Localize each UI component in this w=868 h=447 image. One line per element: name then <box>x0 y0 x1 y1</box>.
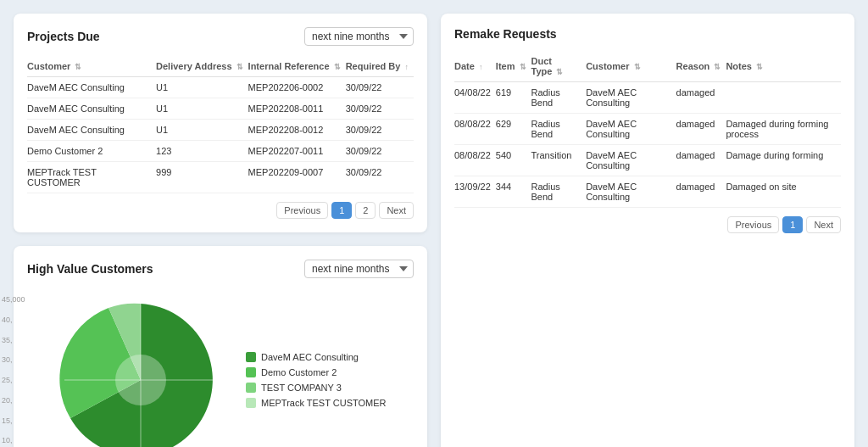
table-row: 04/08/22 619 Radius Bend DaveM AEC Consu… <box>454 82 841 114</box>
projects-due-filter[interactable]: next nine months next three months next … <box>304 27 414 46</box>
col-date: Date ↑ <box>454 51 496 82</box>
cell-duct: Radius Bend <box>531 114 587 145</box>
cell-delivery: 123 <box>156 141 248 162</box>
projects-next-btn[interactable]: Next <box>379 202 414 219</box>
remake-requests-table: Date ↑ Item ⇅ DuctType ⇅ Customer ⇅ Reas… <box>454 51 841 208</box>
cell-ref: MEP202209-0007 <box>248 162 346 193</box>
cell-duct: Radius Bend <box>531 82 587 114</box>
projects-due-title: Projects Due <box>27 30 100 43</box>
sort-icon-required[interactable]: ↑ <box>405 63 409 71</box>
pie-chart <box>56 295 225 447</box>
cell-delivery: U1 <box>156 77 248 98</box>
cell-date: 08/08/22 <box>454 145 496 176</box>
cell-reason: damaged <box>676 82 726 114</box>
cell-required: 30/09/22 <box>346 141 414 162</box>
projects-prev-btn[interactable]: Previous <box>276 202 328 219</box>
remake-pagination: Previous 1 Next <box>454 216 841 233</box>
legend-item: DaveM AEC Consulting <box>246 352 387 362</box>
cell-item: 619 <box>496 82 531 114</box>
projects-due-header: Projects Due next nine months next three… <box>27 27 414 46</box>
pie-svg <box>56 295 225 447</box>
cell-ref: MEP202207-0011 <box>248 141 346 162</box>
cell-required: 30/09/22 <box>346 162 414 193</box>
sort-icon-customer-remake[interactable]: ⇅ <box>634 63 641 71</box>
col-internal-ref: Internal Reference ⇅ <box>248 56 346 77</box>
col-item: Item ⇅ <box>496 51 531 82</box>
cell-notes: Damaged during forming process <box>726 114 841 145</box>
legend-item: TEST COMPANY 3 <box>246 383 387 393</box>
projects-page-1-btn[interactable]: 1 <box>331 202 352 219</box>
sort-icon-item[interactable]: ⇅ <box>520 63 526 71</box>
sort-icon-delivery[interactable]: ⇅ <box>236 63 243 71</box>
cell-reason: damaged <box>676 176 726 208</box>
projects-page-2-btn[interactable]: 2 <box>355 202 376 219</box>
sort-icon-ref[interactable]: ⇅ <box>334 63 341 71</box>
cell-delivery: 999 <box>156 162 248 193</box>
cell-item: 629 <box>496 114 531 145</box>
cell-duct: Radius Bend <box>531 176 587 208</box>
sort-icon-customer[interactable]: ⇅ <box>75 63 81 71</box>
y-axis-labels: 45,000 40, 35, 30, 25, 20, 15, 10, 5,0 <box>2 295 25 447</box>
cell-customer: Demo Customer 2 <box>27 141 156 162</box>
remake-prev-btn[interactable]: Previous <box>727 216 779 233</box>
col-required-by: Required By ↑ <box>346 56 414 77</box>
sort-icon-date[interactable]: ↑ <box>479 63 483 71</box>
chart-area: 45,000 40, 35, 30, 25, 20, 15, 10, 5,0 <box>27 288 414 447</box>
legend-color <box>246 352 256 362</box>
cell-customer: DaveM AEC Consulting <box>586 82 676 114</box>
remake-next-btn[interactable]: Next <box>806 216 841 233</box>
table-row: DaveM AEC Consulting U1 MEP202208-0011 3… <box>27 98 414 120</box>
cell-duct: Transition <box>531 145 587 176</box>
table-row: DaveM AEC Consulting U1 MEP202206-0002 3… <box>27 77 414 98</box>
remake-page-1-btn[interactable]: 1 <box>782 216 803 233</box>
legend-label: DaveM AEC Consulting <box>261 352 359 362</box>
cell-required: 30/09/22 <box>346 77 414 98</box>
high-value-filter[interactable]: next nine months next three months next … <box>304 260 414 278</box>
table-row: 08/08/22 540 Transition DaveM AEC Consul… <box>454 145 841 176</box>
chart-legend: DaveM AEC Consulting Demo Customer 2 TES… <box>246 352 387 408</box>
col-reason: Reason ⇅ <box>676 51 726 82</box>
remake-requests-header: Remake Requests <box>454 27 841 41</box>
legend-label: Demo Customer 2 <box>261 367 337 377</box>
table-row: 13/09/22 344 Radius Bend DaveM AEC Consu… <box>454 176 841 208</box>
cell-required: 30/09/22 <box>346 98 414 120</box>
cell-notes <box>726 82 841 114</box>
high-value-header: High Value Customers next nine months ne… <box>27 260 414 278</box>
legend-item: MEPTrack TEST CUSTOMER <box>246 398 387 408</box>
cell-customer: DaveM AEC Consulting <box>27 77 156 98</box>
cell-reason: damaged <box>676 114 726 145</box>
projects-due-table: Customer ⇅ Delivery Address ⇅ Internal R… <box>27 56 414 193</box>
legend-color <box>246 367 256 377</box>
table-row: MEPTrack TEST CUSTOMER 999 MEP202209-000… <box>27 162 414 193</box>
main-layout: Projects Due next nine months next three… <box>14 14 854 447</box>
cell-customer: DaveM AEC Consulting <box>586 176 676 208</box>
cell-ref: MEP202208-0012 <box>248 120 346 141</box>
cell-notes: Damaged on site <box>726 176 841 208</box>
table-row: DaveM AEC Consulting U1 MEP202208-0012 3… <box>27 120 414 141</box>
cell-delivery: U1 <box>156 120 248 141</box>
table-row: 08/08/22 629 Radius Bend DaveM AEC Consu… <box>454 114 841 145</box>
legend-label: MEPTrack TEST CUSTOMER <box>261 398 387 408</box>
col-customer: Customer ⇅ <box>27 56 156 77</box>
sort-icon-duct[interactable]: ⇅ <box>556 68 563 76</box>
cell-ref: MEP202208-0011 <box>248 98 346 120</box>
cell-ref: MEP202206-0002 <box>248 77 346 98</box>
cell-notes: Damage during forming <box>726 145 841 176</box>
cell-item: 344 <box>496 176 531 208</box>
sort-icon-reason[interactable]: ⇅ <box>714 63 721 71</box>
col-customer-remake: Customer ⇅ <box>586 51 676 82</box>
cell-customer: DaveM AEC Consulting <box>27 98 156 120</box>
projects-due-card: Projects Due next nine months next three… <box>14 14 427 232</box>
cell-delivery: U1 <box>156 98 248 120</box>
cell-customer: DaveM AEC Consulting <box>586 145 676 176</box>
cell-date: 08/08/22 <box>454 114 496 145</box>
cell-date: 13/09/22 <box>454 176 496 208</box>
high-value-card: High Value Customers next nine months ne… <box>14 246 427 447</box>
cell-item: 540 <box>496 145 531 176</box>
cell-date: 04/08/22 <box>454 82 496 114</box>
table-row: Demo Customer 2 123 MEP202207-0011 30/09… <box>27 141 414 162</box>
legend-label: TEST COMPANY 3 <box>261 383 342 393</box>
sort-icon-notes[interactable]: ⇅ <box>756 63 763 71</box>
cell-reason: damaged <box>676 145 726 176</box>
col-notes: Notes ⇅ <box>726 51 841 82</box>
